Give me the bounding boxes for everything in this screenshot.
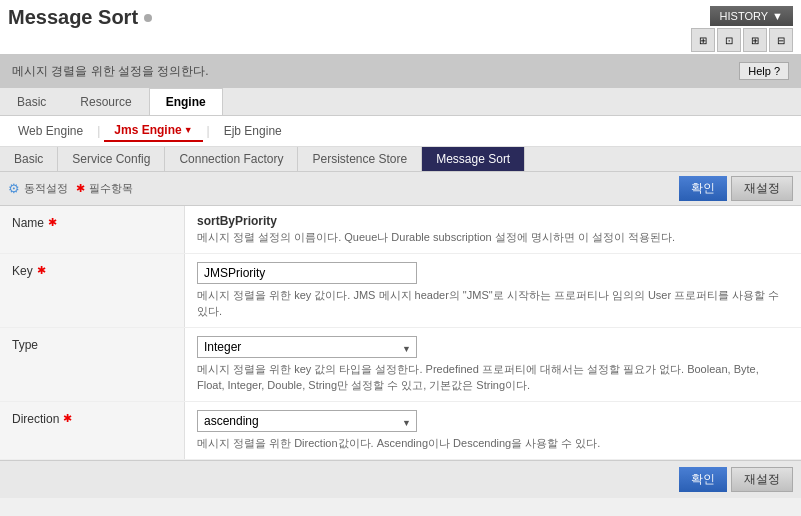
toolbar-confirm-button[interactable]: 확인: [679, 176, 727, 201]
name-desc: 메시지 정렬 설정의 이름이다. Queue나 Durable subscrip…: [197, 230, 789, 245]
direction-label-text: Direction: [12, 412, 59, 426]
jms-tab-label: Jms Engine: [114, 123, 181, 137]
star-icon: ✱: [76, 182, 85, 195]
gear-icon: ⚙: [8, 181, 20, 196]
icon-btn-4[interactable]: ⊟: [769, 28, 793, 52]
direction-select[interactable]: ascending descending: [197, 410, 417, 432]
dynamic-label: 동적설정: [24, 181, 68, 196]
engine-tab-web[interactable]: Web Engine: [8, 121, 93, 141]
icon-btn-2[interactable]: ⊡: [717, 28, 741, 52]
chevron-down-icon: ▼: [772, 10, 783, 22]
toolbar-right: 확인 재설정: [679, 176, 793, 201]
label-name: Name ✱: [0, 206, 185, 253]
icon-btn-3[interactable]: ⊞: [743, 28, 767, 52]
name-label-text: Name: [12, 216, 44, 230]
required-label: 필수항목: [89, 181, 133, 196]
label-key: Key ✱: [0, 254, 185, 327]
name-value: sortByPriority: [197, 214, 789, 228]
toolbar-left: ⚙ 동적설정 ✱ 필수항목: [8, 181, 133, 196]
form-row-name: Name ✱ sortByPriority 메시지 정렬 설정의 이름이다. Q…: [0, 206, 801, 254]
key-label-text: Key: [12, 264, 33, 278]
form-row-key: Key ✱ 메시지 정렬을 위한 key 값이다. JMS 메시지 header…: [0, 254, 801, 328]
separator-2: |: [207, 124, 210, 138]
field-content-type: Integer Boolean Byte Float Double String…: [185, 328, 801, 401]
field-content-name: sortByPriority 메시지 정렬 설정의 이름이다. Queue나 D…: [185, 206, 801, 253]
label-type: Type: [0, 328, 185, 401]
field-content-direction: ascending descending 메시지 정렬을 위한 Directio…: [185, 402, 801, 459]
sub-tab-persistence-store[interactable]: Persistence Store: [298, 147, 422, 171]
title-dot: [144, 14, 152, 22]
toolbar: ⚙ 동적설정 ✱ 필수항목 확인 재설정: [0, 172, 801, 206]
description-bar: 메시지 경렬을 위한 설정을 정의한다. Help ?: [0, 54, 801, 88]
help-button[interactable]: Help ?: [739, 62, 789, 80]
name-required-star: ✱: [48, 216, 57, 229]
key-input[interactable]: [197, 262, 417, 284]
sub-tab-basic[interactable]: Basic: [0, 147, 58, 171]
engine-tab-jms[interactable]: Jms Engine ▼: [104, 120, 202, 142]
type-select[interactable]: Integer Boolean Byte Float Double String: [197, 336, 417, 358]
type-desc: 메시지 정렬을 위한 key 값의 타입을 설정한다. Predefined 프…: [197, 362, 789, 393]
label-direction: Direction ✱: [0, 402, 185, 459]
key-required-star: ✱: [37, 264, 46, 277]
header-top-right: HISTORY ▼ ⊞ ⊡ ⊞ ⊟: [691, 6, 793, 52]
tab-resource[interactable]: Resource: [63, 88, 148, 115]
bottom-confirm-button[interactable]: 확인: [679, 467, 727, 492]
direction-select-wrapper: ascending descending: [197, 410, 417, 436]
history-label: HISTORY: [720, 10, 769, 22]
field-content-key: 메시지 정렬을 위한 key 값이다. JMS 메시지 header의 "JMS…: [185, 254, 801, 327]
page-title: Message Sort: [8, 6, 152, 29]
separator-1: |: [97, 124, 100, 138]
description-text: 메시지 경렬을 위한 설정을 정의한다.: [12, 63, 209, 80]
bottom-reset-button[interactable]: 재설정: [731, 467, 793, 492]
sub-tab-message-sort[interactable]: Message Sort: [422, 147, 525, 171]
title-text: Message Sort: [8, 6, 138, 29]
key-desc: 메시지 정렬을 위한 key 값이다. JMS 메시지 header의 "JMS…: [197, 288, 789, 319]
required-item: ✱ 필수항목: [76, 181, 133, 196]
engine-tabs: Web Engine | Jms Engine ▼ | Ejb Engine: [0, 116, 801, 147]
help-label: Help: [748, 65, 771, 77]
form-row-type: Type Integer Boolean Byte Float Double S…: [0, 328, 801, 402]
icon-btn-1[interactable]: ⊞: [691, 28, 715, 52]
engine-tab-ejb[interactable]: Ejb Engine: [214, 121, 292, 141]
help-icon: ?: [774, 65, 780, 77]
sub-tabs: Basic Service Config Connection Factory …: [0, 147, 801, 172]
tab-basic[interactable]: Basic: [0, 88, 63, 115]
jms-dropdown-arrow: ▼: [184, 125, 193, 135]
bottom-bar: 확인 재설정: [0, 460, 801, 498]
main-tabs: Basic Resource Engine: [0, 88, 801, 116]
top-icons: ⊞ ⊡ ⊞ ⊟: [691, 28, 793, 52]
type-select-wrapper: Integer Boolean Byte Float Double String: [197, 336, 417, 362]
form-row-direction: Direction ✱ ascending descending 메시지 정렬을…: [0, 402, 801, 460]
dynamic-setting-item: ⚙ 동적설정: [8, 181, 68, 196]
type-label-text: Type: [12, 338, 38, 352]
sub-tab-service-config[interactable]: Service Config: [58, 147, 165, 171]
tab-engine[interactable]: Engine: [149, 88, 223, 115]
history-button[interactable]: HISTORY ▼: [710, 6, 793, 26]
direction-required-star: ✱: [63, 412, 72, 425]
form-content: Name ✱ sortByPriority 메시지 정렬 설정의 이름이다. Q…: [0, 206, 801, 460]
direction-desc: 메시지 정렬을 위한 Direction값이다. Ascending이나 Des…: [197, 436, 789, 451]
toolbar-reset-button[interactable]: 재설정: [731, 176, 793, 201]
header-top: Message Sort HISTORY ▼ ⊞ ⊡ ⊞ ⊟: [0, 0, 801, 54]
sub-tab-connection-factory[interactable]: Connection Factory: [165, 147, 298, 171]
